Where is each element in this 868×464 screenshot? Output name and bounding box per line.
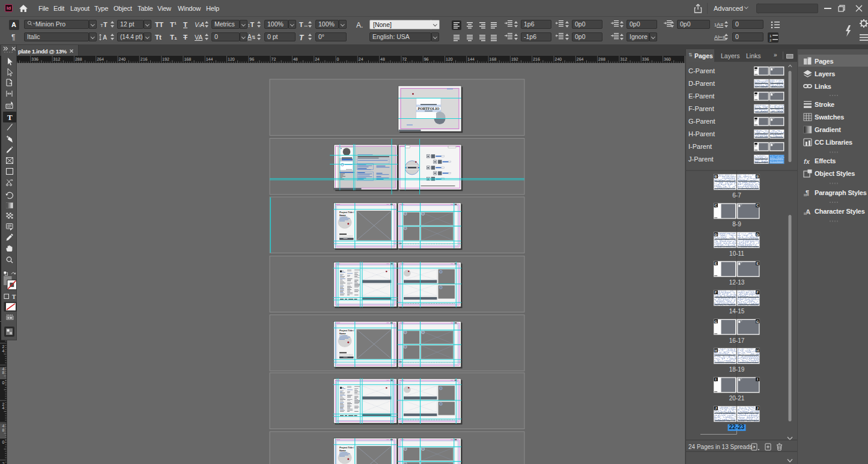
svg-text:I-Parent: I-Parent: [688, 143, 712, 150]
svg-text:120: 120: [446, 58, 453, 62]
svg-text:Swatches: Swatches: [815, 113, 844, 121]
svg-text:144: 144: [206, 58, 213, 62]
svg-text:240: 240: [555, 58, 562, 62]
svg-text:24 Pages in 13 Spreads: 24 Pages in 13 Spreads: [688, 444, 753, 450]
svg-text:4: 4: [2, 406, 5, 411]
svg-text:G-Parent: G-Parent: [688, 118, 715, 125]
svg-text:216: 216: [141, 58, 148, 62]
svg-text:288: 288: [75, 58, 82, 62]
svg-text:24: 24: [315, 58, 320, 62]
svg-text:20-21: 20-21: [729, 395, 745, 402]
svg-text:192: 192: [162, 58, 169, 62]
svg-text:312: 312: [53, 58, 61, 62]
svg-text:360: 360: [664, 58, 671, 62]
svg-text:Links: Links: [815, 83, 831, 90]
svg-text:22-23: 22-23: [729, 424, 745, 430]
svg-text:E-Parent: E-Parent: [688, 92, 714, 100]
svg-text:120: 120: [228, 58, 235, 62]
svg-text:72: 72: [272, 58, 276, 62]
svg-text:Name: Name: [339, 332, 346, 335]
svg-text:G: G: [714, 320, 717, 324]
svg-text:8-9: 8-9: [732, 221, 741, 227]
svg-text:216: 216: [533, 58, 540, 62]
svg-text:96: 96: [249, 58, 254, 62]
svg-text:CC Libraries: CC Libraries: [815, 139, 852, 146]
svg-text:G: G: [756, 320, 759, 324]
svg-text:0: 0: [2, 441, 5, 445]
svg-text:8: 8: [2, 371, 5, 375]
svg-text:B: B: [756, 175, 759, 178]
svg-text:Effects: Effects: [815, 157, 836, 164]
svg-text:C-Parent: C-Parent: [688, 67, 715, 74]
svg-text:C: C: [756, 203, 759, 207]
svg-text:Layers: Layers: [815, 70, 835, 77]
svg-text:0: 0: [2, 381, 5, 385]
svg-text:J: J: [715, 406, 717, 410]
svg-text:H: H: [756, 349, 759, 352]
svg-text:264: 264: [577, 58, 584, 62]
svg-text:336: 336: [31, 58, 38, 62]
svg-text:16-17: 16-17: [729, 337, 745, 344]
svg-text:E: E: [756, 262, 759, 265]
svg-text:0: 0: [337, 58, 339, 62]
svg-text:8: 8: [2, 429, 5, 433]
svg-text:72: 72: [402, 58, 407, 62]
svg-text:F-Parent: F-Parent: [688, 105, 714, 112]
svg-text:192: 192: [511, 58, 518, 62]
svg-text:B: B: [715, 175, 718, 178]
svg-text:240: 240: [119, 58, 126, 62]
svg-text:fx: fx: [804, 158, 810, 165]
svg-text:Character Styles: Character Styles: [815, 208, 865, 215]
svg-text:T: T: [7, 113, 13, 122]
svg-text:312: 312: [620, 58, 627, 62]
svg-text:168: 168: [184, 58, 191, 62]
svg-text:12-13: 12-13: [729, 279, 745, 286]
svg-text:4: 4: [2, 349, 5, 354]
svg-text:14-15: 14-15: [729, 308, 745, 315]
svg-text:264: 264: [97, 58, 104, 62]
svg-text:144: 144: [467, 58, 475, 62]
svg-text:336: 336: [642, 58, 649, 62]
svg-text:Stroke: Stroke: [815, 101, 834, 108]
svg-text:10-11: 10-11: [729, 250, 744, 257]
svg-text:D-Parent: D-Parent: [688, 80, 715, 87]
svg-text:Paragraph Styles: Paragraph Styles: [815, 189, 867, 196]
svg-text:24: 24: [359, 58, 363, 62]
svg-text:288: 288: [598, 58, 605, 62]
svg-text:T: T: [12, 294, 16, 300]
svg-text:48: 48: [380, 58, 385, 62]
svg-text:C: C: [715, 203, 718, 207]
svg-text:H: H: [715, 349, 717, 352]
svg-text:Object Styles: Object Styles: [815, 170, 855, 177]
svg-text:F: F: [756, 291, 759, 294]
svg-text:6-7: 6-7: [732, 192, 741, 199]
svg-text:48: 48: [293, 58, 298, 62]
svg-text:A: A: [103, 34, 107, 41]
svg-text:Name: Name: [339, 214, 346, 217]
svg-text:168: 168: [490, 58, 497, 62]
svg-text:D: D: [756, 233, 759, 237]
svg-text:D: D: [715, 233, 718, 237]
svg-text:Pages: Pages: [815, 58, 833, 65]
svg-text:F: F: [715, 291, 717, 294]
svg-text:18-19: 18-19: [729, 366, 745, 373]
svg-text:Gradient: Gradient: [815, 126, 841, 133]
svg-text:96: 96: [424, 58, 429, 62]
svg-text:H-Parent: H-Parent: [688, 130, 715, 137]
svg-text:PORTFOLIO: PORTFOLIO: [418, 107, 440, 111]
svg-text:Name: Name: [339, 449, 346, 452]
svg-text:J-Parent: J-Parent: [688, 155, 714, 163]
svg-text:E: E: [715, 262, 717, 265]
svg-text:J: J: [757, 406, 759, 410]
